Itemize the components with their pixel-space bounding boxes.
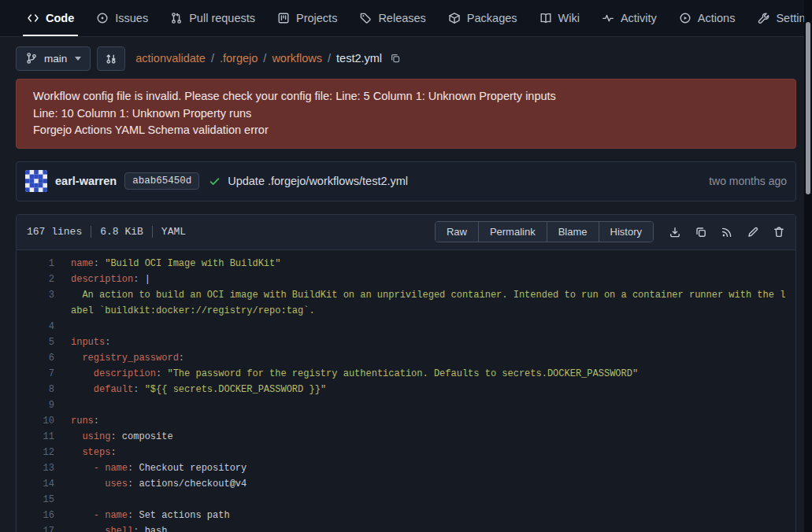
avatar[interactable] bbox=[25, 170, 47, 192]
nav-item-activity[interactable]: Activity bbox=[602, 0, 657, 36]
meta-divider bbox=[91, 226, 91, 238]
code-line: 10runs: bbox=[17, 413, 795, 429]
play-circle-icon bbox=[679, 12, 691, 24]
branch-selector[interactable]: main bbox=[16, 46, 91, 71]
code-line-content: - name: Set actions path bbox=[71, 508, 795, 523]
breadcrumb-current-file: test2.yml bbox=[336, 52, 382, 65]
line-number[interactable]: 14 bbox=[17, 476, 54, 492]
code-line-content: default: "${{ secrets.DOCKER_PASSWORD }}… bbox=[71, 382, 795, 397]
code-line-content: shell: bash bbox=[71, 523, 795, 532]
compare-icon bbox=[105, 52, 117, 65]
nav-item-pull-requests[interactable]: Pull requests bbox=[170, 0, 255, 36]
error-banner-line: Workflow config file is invalid. Please … bbox=[33, 88, 779, 105]
line-number[interactable]: 7 bbox=[17, 366, 54, 382]
line-number[interactable]: 4 bbox=[17, 319, 54, 334]
file-meta-item: 6.8 KiB bbox=[100, 226, 143, 238]
nav-item-label: Code bbox=[46, 12, 74, 24]
line-number[interactable]: 2 bbox=[17, 272, 54, 287]
commit-author[interactable]: earl-warren bbox=[55, 175, 117, 187]
blame-button[interactable]: Blame bbox=[547, 222, 599, 242]
code-line-content: inputs: bbox=[71, 334, 795, 350]
code-line: 16 - name: Set actions path bbox=[17, 508, 795, 523]
history-button[interactable]: History bbox=[599, 222, 653, 242]
breadcrumb-link[interactable]: actionvalidate bbox=[135, 52, 206, 65]
view-mode-button-group: RawPermalinkBlameHistory bbox=[435, 221, 654, 242]
nav-item-label: Actions bbox=[698, 12, 736, 24]
line-number[interactable]: 8 bbox=[17, 382, 54, 397]
code-line-content: description: | bbox=[71, 272, 795, 287]
nav-item-label: Packages bbox=[467, 12, 517, 24]
code-line-content: registry_password: bbox=[71, 350, 795, 366]
code-line: 2description: | bbox=[17, 272, 795, 287]
branch-name: main bbox=[44, 53, 67, 65]
delete-icon[interactable] bbox=[773, 226, 785, 238]
nav-item-label: Activity bbox=[621, 12, 657, 24]
line-number[interactable]: 6 bbox=[17, 350, 54, 366]
copy-path-icon[interactable] bbox=[390, 53, 401, 64]
breadcrumb: actionvalidate/.forgejo/workflows/test2.… bbox=[135, 52, 401, 65]
line-number[interactable]: 1 bbox=[17, 256, 54, 272]
nav-item-projects[interactable]: Projects bbox=[277, 0, 337, 36]
top-navigation: CodeIssuesPull requestsProjectsReleasesP… bbox=[0, 0, 812, 37]
file-view-header: 167 lines6.8 KiBYAML RawPermalinkBlameHi… bbox=[17, 215, 795, 250]
activity-icon bbox=[602, 12, 614, 24]
line-number[interactable]: 3 bbox=[17, 287, 54, 319]
line-number[interactable]: 9 bbox=[17, 397, 54, 413]
nav-item-releases[interactable]: Releases bbox=[359, 0, 425, 36]
raw-button[interactable]: Raw bbox=[436, 222, 478, 242]
code-line: 3 An action to build an OCI image with B… bbox=[17, 287, 795, 319]
line-number[interactable]: 5 bbox=[17, 334, 54, 350]
error-banner: Workflow config file is invalid. Please … bbox=[16, 79, 796, 149]
page-content: main actionvalidate/.forgejo/workflows/t… bbox=[0, 46, 812, 532]
code-line-content bbox=[71, 397, 795, 413]
breadcrumb-link[interactable]: workflows bbox=[272, 52, 322, 65]
nav-item-actions[interactable]: Actions bbox=[679, 0, 736, 36]
code-line-content bbox=[71, 319, 795, 334]
line-number[interactable]: 12 bbox=[17, 445, 54, 460]
nav-item-issues[interactable]: Issues bbox=[96, 0, 148, 36]
copy-icon[interactable] bbox=[695, 226, 707, 238]
nav-item-label: Projects bbox=[296, 12, 337, 24]
code-line-content: using: composite bbox=[71, 429, 795, 445]
file-view-box: 167 lines6.8 KiBYAML RawPermalinkBlameHi… bbox=[16, 214, 796, 532]
line-number[interactable]: 16 bbox=[17, 508, 54, 523]
repo-file-page: CodeIssuesPull requestsProjectsReleasesP… bbox=[0, 0, 812, 532]
breadcrumb-separator: / bbox=[211, 52, 214, 65]
line-number[interactable]: 15 bbox=[17, 492, 54, 508]
line-number[interactable]: 11 bbox=[17, 429, 54, 445]
code-line-content: uses: actions/checkout@v4 bbox=[71, 476, 795, 492]
commit-sha-badge[interactable]: abab65450d bbox=[124, 172, 199, 190]
commit-message[interactable]: Update .forgejo/workflows/test2.yml bbox=[228, 175, 408, 187]
line-number[interactable]: 17 bbox=[17, 523, 54, 532]
code-line: 8 default: "${{ secrets.DOCKER_PASSWORD … bbox=[17, 382, 795, 397]
edit-icon[interactable] bbox=[747, 226, 759, 238]
nav-item-label: Releases bbox=[378, 12, 425, 24]
page-scrollbar[interactable] bbox=[804, 0, 812, 532]
permalink-button[interactable]: Permalink bbox=[478, 222, 547, 242]
chevron-down-icon bbox=[75, 57, 81, 61]
line-number[interactable]: 13 bbox=[17, 460, 54, 476]
line-number[interactable]: 10 bbox=[17, 413, 54, 429]
compare-button[interactable] bbox=[97, 46, 125, 71]
download-icon[interactable] bbox=[669, 226, 681, 238]
scrollbar-thumb[interactable] bbox=[806, 22, 810, 194]
breadcrumb-link[interactable]: .forgejo bbox=[220, 52, 258, 65]
error-banner-line: Line: 10 Column 1: Unknown Property runs bbox=[33, 105, 779, 123]
nav-item-packages[interactable]: Packages bbox=[448, 0, 517, 36]
rss-icon[interactable] bbox=[721, 226, 733, 238]
tools-icon bbox=[757, 12, 769, 24]
meta-divider bbox=[152, 226, 153, 238]
commit-timestamp: two months ago bbox=[709, 175, 787, 187]
code-line-content: name: "Build OCI Image with BuildKit" bbox=[71, 256, 795, 272]
projects-icon bbox=[277, 12, 290, 24]
nav-item-wiki[interactable]: Wiki bbox=[539, 0, 580, 36]
code-line: 4 bbox=[17, 319, 795, 334]
code-icon bbox=[27, 12, 39, 24]
nav-item-code[interactable]: Code bbox=[27, 0, 74, 36]
breadcrumb-separator: / bbox=[328, 52, 331, 65]
code-view: 1name: "Build OCI Image with BuildKit"2d… bbox=[17, 250, 795, 532]
file-meta: 167 lines6.8 KiBYAML bbox=[27, 226, 186, 238]
book-icon bbox=[539, 12, 552, 24]
code-line: 13 - name: Checkout repository bbox=[17, 460, 795, 476]
code-line-content: steps: bbox=[71, 445, 795, 460]
